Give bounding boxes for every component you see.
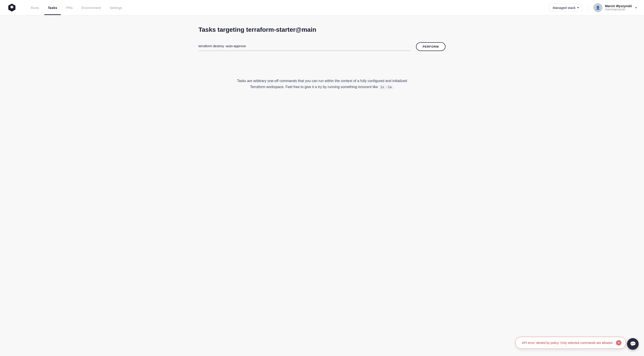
perform-button[interactable]: PERFORM (416, 42, 446, 51)
toast-message: API error: denied by policy: Only select… (522, 341, 612, 345)
header: Runs Tasks PRs Environment Settings Mana… (0, 0, 644, 15)
user-name: Marcin Wyszynski (605, 4, 632, 8)
page-title: Tasks targeting terraform-starter@main (198, 26, 446, 33)
tab-tasks[interactable]: Tasks (44, 0, 61, 15)
main-content: Tasks targeting terraform-starter@main P… (188, 15, 456, 101)
tab-runs[interactable]: Runs (27, 0, 42, 15)
tab-environment[interactable]: Environment (78, 0, 104, 15)
user-info: Marcin Wyszynski marcinwyszynski (605, 4, 632, 11)
info-text: Tasks are arbitrary one-off commands tha… (234, 78, 410, 90)
info-text-part2: . (393, 85, 394, 89)
toast-close-button[interactable]: × (616, 340, 622, 346)
user-menu[interactable]: 👤 Marcin Wyszynski marcinwyszynski ▾ (588, 3, 637, 12)
managed-stack-button[interactable]: Managed stack ▾ (549, 4, 582, 12)
header-right: Managed stack ▾ 👤 Marcin Wyszynski marci… (549, 3, 637, 12)
info-section: Tasks are arbitrary one-off commands tha… (198, 78, 446, 90)
managed-stack-label: Managed stack (553, 6, 576, 9)
chat-icon: 💬 (630, 341, 636, 347)
logo[interactable] (7, 3, 16, 12)
nav-tabs: Runs Tasks PRs Environment Settings (27, 0, 549, 15)
command-input-wrapper (198, 42, 410, 51)
avatar: 👤 (594, 3, 602, 12)
command-input[interactable] (198, 42, 410, 50)
managed-stack-chevron-icon: ▾ (577, 6, 579, 9)
error-toast: API error: denied by policy: Only select… (515, 337, 626, 349)
chat-button[interactable]: 💬 (627, 338, 639, 350)
user-chevron-icon: ▾ (636, 6, 637, 9)
info-code: ls -la (379, 85, 393, 89)
command-area: PERFORM (198, 42, 446, 51)
user-handle: marcinwyszynski (605, 8, 632, 11)
tab-prs[interactable]: PRs (63, 0, 76, 15)
tab-settings[interactable]: Settings (106, 0, 126, 15)
